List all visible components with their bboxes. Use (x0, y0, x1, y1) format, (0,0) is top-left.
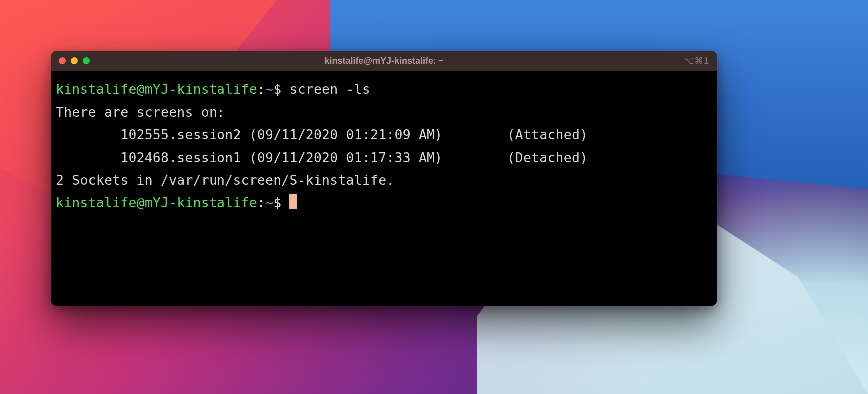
prompt-path: ~ (265, 81, 273, 97)
window-shortcut-indicator: ⌥⌘1 (683, 55, 709, 66)
window-title: kinstalife@mYJ-kinstalife: ~ (324, 56, 443, 66)
close-button[interactable] (59, 57, 66, 64)
minimize-button[interactable] (71, 57, 78, 64)
command-text: screen -ls (289, 81, 370, 97)
prompt-separator: : (257, 81, 265, 97)
session-status: (Detached) (507, 150, 588, 165)
prompt-line-1: kinstalife@mYJ-kinstalife:~$ screen -ls (56, 78, 712, 101)
prompt-symbol: $ (273, 81, 281, 97)
prompt-user-host: kinstalife@mYJ-kinstalife (56, 195, 257, 210)
title-bar[interactable]: kinstalife@mYJ-kinstalife: ~ ⌥⌘1 (51, 51, 717, 71)
session-row-2: 102468.session1 (09/11/2020 01:17:33 AM)… (56, 146, 712, 169)
prompt-user-host: kinstalife@mYJ-kinstalife (56, 81, 257, 97)
terminal-content[interactable]: kinstalife@mYJ-kinstalife:~$ screen -lsT… (51, 71, 717, 221)
sockets-summary: 2 Sockets in /var/run/screen/S-kinstalif… (56, 169, 712, 192)
traffic-lights (59, 57, 90, 64)
session-row-1: 102555.session2 (09/11/2020 01:21:09 AM)… (56, 123, 712, 146)
session-name: 102555.session2 (120, 127, 241, 142)
prompt-line-2: kinstalife@mYJ-kinstalife:~$ (56, 192, 712, 214)
prompt-symbol: $ (273, 195, 281, 210)
prompt-separator: : (257, 195, 265, 210)
output-header: There are screens on: (56, 101, 712, 124)
session-status: (Attached) (507, 127, 588, 142)
session-name: 102468.session1 (120, 150, 241, 165)
session-date: (09/11/2020 01:21:09 AM) (249, 127, 443, 142)
prompt-path: ~ (265, 195, 273, 210)
terminal-window[interactable]: kinstalife@mYJ-kinstalife: ~ ⌥⌘1 kinstal… (51, 51, 717, 306)
maximize-button[interactable] (83, 57, 90, 64)
cursor-icon (289, 194, 297, 209)
session-date: (09/11/2020 01:17:33 AM) (249, 150, 443, 165)
